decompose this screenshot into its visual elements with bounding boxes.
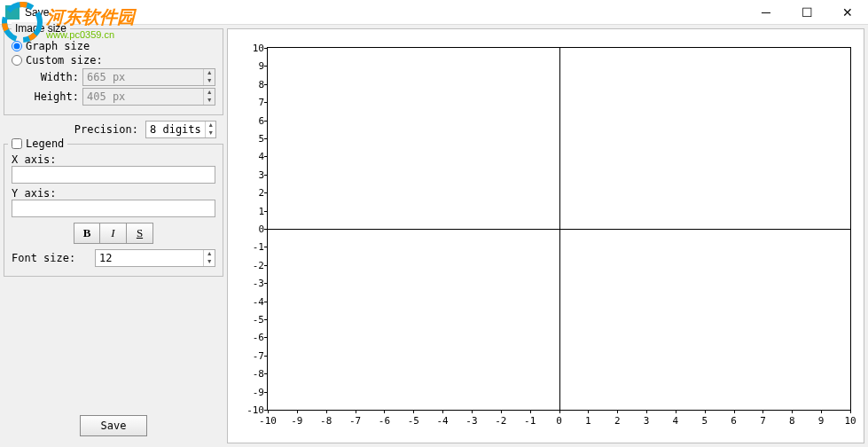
x-tick-label: 2 (614, 415, 621, 427)
custom-size-radio[interactable] (12, 55, 22, 66)
custom-size-label: Custom size: (26, 54, 103, 67)
y-tick-label: 3 (238, 169, 264, 180)
x-tick-label: -5 (408, 415, 419, 427)
y-tick-label: -4 (238, 295, 264, 307)
x-tick-label: 5 (701, 415, 708, 427)
legend-group: Legend X axis: Y axis: B I S Font size: … (4, 144, 223, 277)
x-tick-label: -1 (524, 415, 536, 427)
precision-input[interactable] (146, 122, 205, 137)
y-tick-label: 1 (238, 205, 264, 216)
y-tick-label: 10 (238, 43, 264, 54)
y-tick-label: 5 (238, 133, 264, 145)
y-tick-label: -1 (238, 241, 264, 253)
width-input (83, 69, 203, 85)
precision-spinbox[interactable]: ▲▼ (145, 121, 216, 138)
y-tick-label: -6 (238, 332, 264, 343)
legend-checkbox-label: Legend (26, 137, 64, 150)
titlebar: Save ─ ☐ ✕ (0, 0, 868, 25)
yaxis-input[interactable] (12, 200, 215, 217)
maximize-button[interactable]: ☐ (786, 0, 827, 25)
x-tick-label: 8 (789, 415, 795, 427)
y-tick-label: -2 (238, 259, 264, 271)
x-tick-label: -10 (259, 415, 277, 427)
x-tick-label: -3 (465, 415, 477, 427)
x-tick-label: 0 (556, 415, 562, 427)
chevron-up-icon[interactable]: ▲ (204, 250, 215, 258)
x-tick-label: -2 (495, 415, 506, 427)
height-input (83, 89, 203, 105)
y-tick-label: -3 (238, 278, 264, 289)
yaxis-label: Y axis: (12, 187, 215, 200)
xaxis-label: X axis: (12, 153, 215, 166)
x-tick-label: 3 (644, 415, 650, 427)
y-tick-label: -9 (238, 386, 264, 397)
x-tick-label: 4 (673, 415, 679, 427)
image-size-group: Image size Graph size Custom size: Width… (4, 28, 223, 115)
bold-button[interactable]: B (74, 223, 100, 244)
y-tick-label: 8 (238, 78, 264, 90)
graph-size-label: Graph size (26, 40, 90, 52)
xaxis-input[interactable] (12, 166, 215, 184)
width-spinbox: ▲▼ (82, 68, 215, 86)
y-tick-label: 4 (238, 151, 264, 162)
italic-button[interactable]: I (100, 223, 127, 244)
settings-panel: Image size Graph size Custom size: Width… (4, 28, 223, 443)
y-tick-label: 6 (238, 114, 264, 126)
graph-size-radio[interactable] (12, 41, 22, 51)
close-button[interactable]: ✕ (827, 0, 868, 25)
y-tick-label: 9 (238, 60, 264, 72)
chevron-down-icon[interactable]: ▼ (206, 129, 215, 137)
x-tick-label: -7 (349, 415, 361, 427)
x-tick-label: 1 (585, 415, 591, 427)
save-button[interactable]: Save (80, 415, 147, 436)
chevron-down-icon[interactable]: ▼ (204, 258, 215, 266)
x-tick-label: -6 (379, 415, 390, 427)
y-tick-label: -5 (238, 314, 264, 325)
plot-frame: -10-9-8-7-6-5-4-3-2-1012345678910-10-9-8… (267, 47, 851, 411)
x-tick-label: 7 (760, 415, 766, 427)
app-icon (5, 5, 20, 20)
x-tick-label: 9 (818, 415, 825, 427)
y-tick-label: -8 (238, 368, 264, 380)
minimize-button[interactable]: ─ (746, 0, 786, 25)
x-tick-label: -9 (291, 415, 302, 427)
x-tick-label: -8 (320, 415, 332, 427)
chevron-up-icon: ▲ (204, 89, 215, 97)
precision-label: Precision: (74, 123, 138, 136)
height-spinbox: ▲▼ (82, 88, 215, 106)
x-axis-line (268, 229, 850, 230)
chevron-down-icon: ▼ (204, 77, 215, 85)
legend-checkbox[interactable] (12, 138, 22, 149)
x-tick-label: 6 (731, 415, 737, 427)
font-size-label: Font size: (12, 252, 91, 264)
width-label: Width: (29, 71, 79, 83)
plot-preview: -10-9-8-7-6-5-4-3-2-1012345678910-10-9-8… (227, 28, 864, 443)
y-tick-label: 0 (238, 224, 264, 235)
chevron-down-icon: ▼ (204, 97, 215, 105)
chevron-up-icon[interactable]: ▲ (206, 122, 215, 129)
image-size-legend: Image size (12, 22, 70, 35)
window-title: Save (25, 6, 49, 19)
x-tick-label: -4 (436, 415, 448, 427)
underline-button[interactable]: S (127, 223, 153, 244)
chevron-up-icon: ▲ (204, 69, 215, 77)
font-size-input[interactable] (96, 250, 203, 266)
y-tick-label: 7 (238, 97, 264, 108)
y-tick-label: 2 (238, 187, 264, 199)
height-label: Height: (29, 90, 79, 103)
font-size-spinbox[interactable]: ▲▼ (95, 249, 215, 267)
x-tick-label: 10 (844, 415, 856, 427)
y-tick-label: -7 (238, 349, 264, 361)
y-tick-label: -10 (238, 404, 264, 416)
